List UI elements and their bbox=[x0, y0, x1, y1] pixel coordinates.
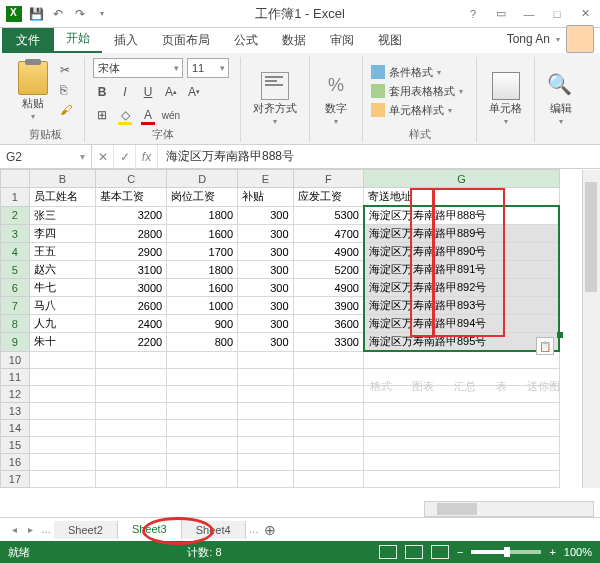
zoom-slider[interactable] bbox=[471, 550, 541, 554]
formula-bar[interactable]: 海淀区万寿南路甲888号 bbox=[158, 148, 600, 165]
cell[interactable]: 应发工资 bbox=[293, 188, 364, 207]
ribbon-options-icon[interactable]: ▭ bbox=[490, 5, 512, 23]
cell[interactable]: 员工姓名 bbox=[29, 188, 95, 207]
cell[interactable] bbox=[293, 351, 364, 368]
cell[interactable] bbox=[96, 385, 167, 402]
cell[interactable]: 海淀区万寿南路甲888号 bbox=[364, 206, 559, 225]
cell[interactable]: 300 bbox=[238, 333, 293, 352]
cell[interactable] bbox=[293, 436, 364, 453]
cell[interactable]: 岗位工资 bbox=[167, 188, 238, 207]
cell[interactable] bbox=[238, 470, 293, 487]
copy-icon[interactable]: ⎘ bbox=[60, 83, 76, 99]
page-layout-view-icon[interactable] bbox=[405, 545, 423, 559]
cell[interactable]: 4700 bbox=[293, 225, 364, 243]
cell[interactable]: 李四 bbox=[29, 225, 95, 243]
col-header[interactable]: G bbox=[364, 170, 559, 188]
conditional-format-button[interactable]: 条件格式▾ bbox=[371, 64, 468, 81]
redo-icon[interactable]: ↷ bbox=[70, 4, 90, 24]
cell[interactable] bbox=[167, 453, 238, 470]
cell[interactable]: 马八 bbox=[29, 297, 95, 315]
zoom-out-icon[interactable]: − bbox=[457, 546, 463, 558]
number-dropdown-icon[interactable]: ▾ bbox=[334, 117, 338, 126]
enter-formula-icon[interactable]: ✓ bbox=[114, 145, 136, 169]
cell[interactable] bbox=[364, 436, 559, 453]
cell[interactable] bbox=[238, 368, 293, 385]
row-header[interactable]: 4 bbox=[1, 243, 30, 261]
row-header[interactable]: 16 bbox=[1, 453, 30, 470]
alignment-button[interactable]: 对齐方式▾ bbox=[249, 70, 301, 128]
scroll-thumb[interactable] bbox=[437, 503, 477, 515]
cell[interactable] bbox=[364, 419, 559, 436]
cell[interactable] bbox=[96, 351, 167, 368]
cell[interactable] bbox=[167, 402, 238, 419]
cell[interactable]: 800 bbox=[167, 333, 238, 352]
tab-review[interactable]: 审阅 bbox=[318, 28, 366, 53]
cell[interactable]: 2900 bbox=[96, 243, 167, 261]
user-area[interactable]: Tong An ▾ bbox=[507, 25, 594, 53]
cell[interactable]: 300 bbox=[238, 279, 293, 297]
cell[interactable] bbox=[238, 419, 293, 436]
tab-nav-next-icon[interactable]: ▸ bbox=[22, 522, 38, 538]
tab-nav-more[interactable]: … bbox=[38, 522, 54, 538]
col-header[interactable]: F bbox=[293, 170, 364, 188]
cell[interactable] bbox=[167, 470, 238, 487]
col-header[interactable]: B bbox=[29, 170, 95, 188]
increase-font-icon[interactable]: A▴ bbox=[162, 83, 180, 101]
underline-button[interactable]: U bbox=[139, 83, 157, 101]
row-header[interactable]: 7 bbox=[1, 297, 30, 315]
normal-view-icon[interactable] bbox=[379, 545, 397, 559]
tab-nav-more[interactable]: … bbox=[246, 522, 262, 538]
fill-handle[interactable] bbox=[557, 332, 563, 338]
row-header[interactable]: 14 bbox=[1, 419, 30, 436]
spreadsheet-grid[interactable]: B C D E F G 1 员工姓名 基本工资 岗位工资 补贴 应发工资 寄送地… bbox=[0, 169, 600, 489]
cell[interactable] bbox=[364, 470, 559, 487]
bold-button[interactable]: B bbox=[93, 83, 111, 101]
sheet-tab[interactable]: Sheet2 bbox=[54, 521, 118, 539]
tab-view[interactable]: 视图 bbox=[366, 28, 414, 53]
tab-file[interactable]: 文件 bbox=[2, 28, 54, 53]
tab-insert[interactable]: 插入 bbox=[102, 28, 150, 53]
cell[interactable] bbox=[293, 385, 364, 402]
cell[interactable]: 300 bbox=[238, 225, 293, 243]
font-size-select[interactable]: 11 bbox=[187, 58, 229, 78]
cell[interactable] bbox=[167, 419, 238, 436]
cell[interactable]: 朱十 bbox=[29, 333, 95, 352]
cell[interactable] bbox=[238, 436, 293, 453]
cell[interactable]: 3900 bbox=[293, 297, 364, 315]
row-header[interactable]: 5 bbox=[1, 261, 30, 279]
cell[interactable]: 1600 bbox=[167, 225, 238, 243]
cell[interactable]: 张三 bbox=[29, 206, 95, 225]
cell[interactable]: 300 bbox=[238, 315, 293, 333]
cell[interactable] bbox=[238, 402, 293, 419]
row-header[interactable]: 15 bbox=[1, 436, 30, 453]
undo-icon[interactable]: ↶ bbox=[48, 4, 68, 24]
cell[interactable]: 寄送地址 bbox=[364, 188, 559, 207]
cell[interactable] bbox=[293, 402, 364, 419]
edit-dropdown-icon[interactable]: ▾ bbox=[559, 117, 563, 126]
sheet-tab-active[interactable]: Sheet3 bbox=[118, 520, 182, 540]
cell[interactable]: 1800 bbox=[167, 206, 238, 225]
tab-layout[interactable]: 页面布局 bbox=[150, 28, 222, 53]
table-format-button[interactable]: 套用表格格式▾ bbox=[371, 83, 468, 100]
cell[interactable]: 3200 bbox=[96, 206, 167, 225]
cell[interactable] bbox=[96, 419, 167, 436]
col-header[interactable]: E bbox=[238, 170, 293, 188]
row-header[interactable]: 17 bbox=[1, 470, 30, 487]
cell[interactable]: 1600 bbox=[167, 279, 238, 297]
number-button[interactable]: %数字▾ bbox=[318, 70, 354, 128]
cell[interactable] bbox=[29, 419, 95, 436]
cell[interactable] bbox=[293, 453, 364, 470]
cell[interactable]: 2400 bbox=[96, 315, 167, 333]
font-color-icon[interactable]: A bbox=[139, 106, 157, 124]
cell[interactable] bbox=[29, 368, 95, 385]
app-icon[interactable] bbox=[4, 4, 24, 24]
scroll-thumb[interactable] bbox=[585, 182, 597, 292]
fx-icon[interactable]: fx bbox=[136, 145, 158, 169]
cell[interactable]: 人九 bbox=[29, 315, 95, 333]
cell[interactable]: 3000 bbox=[96, 279, 167, 297]
row-header[interactable]: 11 bbox=[1, 368, 30, 385]
avatar[interactable] bbox=[566, 25, 594, 53]
cell[interactable] bbox=[96, 453, 167, 470]
cancel-formula-icon[interactable]: ✕ bbox=[92, 145, 114, 169]
cell[interactable]: 3600 bbox=[293, 315, 364, 333]
